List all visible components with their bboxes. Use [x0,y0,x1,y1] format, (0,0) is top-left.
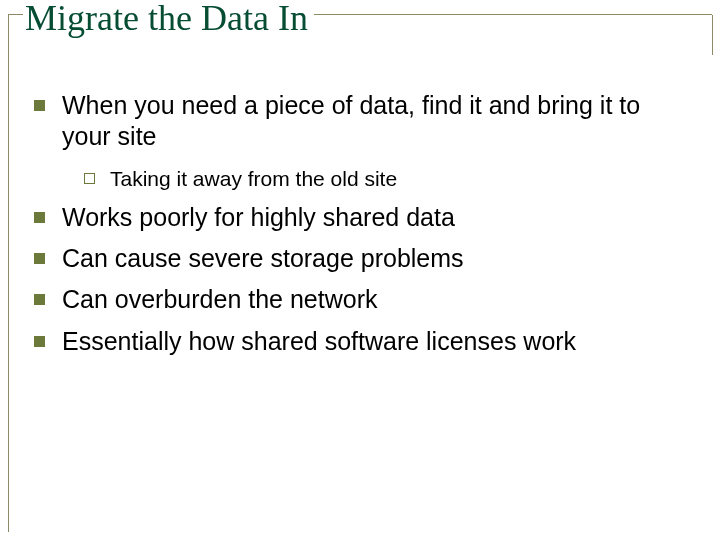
bullet-text: Can cause severe storage problems [62,244,464,272]
bullet-text: Essentially how shared software licenses… [62,327,576,355]
bullet-list: When you need a piece of data, find it a… [28,90,668,357]
sub-bullet-item: Taking it away from the old site [62,165,668,192]
bullet-item: Can overburden the network [28,284,668,315]
bullet-item: Essentially how shared software licenses… [28,326,668,357]
bullet-item: When you need a piece of data, find it a… [28,90,668,192]
title-container: Migrate the Data In [23,0,314,39]
bullet-text: Works poorly for highly shared data [62,203,455,231]
sub-bullet-list: Taking it away from the old site [62,165,668,192]
sub-bullet-text: Taking it away from the old site [110,167,397,190]
slide-content: When you need a piece of data, find it a… [28,90,668,367]
slide-title: Migrate the Data In [25,0,308,39]
bullet-item: Can cause severe storage problems [28,243,668,274]
bullet-text: When you need a piece of data, find it a… [62,91,640,150]
bullet-text: Can overburden the network [62,285,377,313]
bullet-item: Works poorly for highly shared data [28,202,668,233]
